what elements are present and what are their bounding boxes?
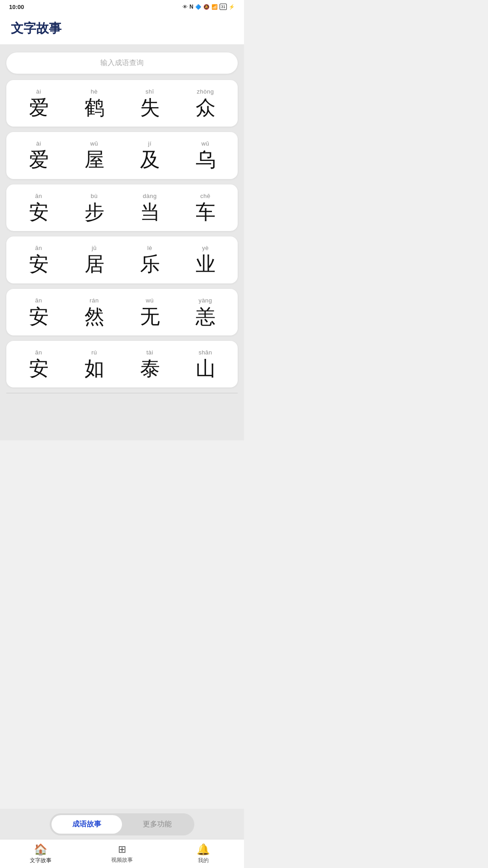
chinese-character: 屋 [84, 149, 104, 170]
search-bar[interactable]: 输入成语查询 [6, 52, 238, 74]
mute-icon: 🔕 [203, 4, 210, 10]
char-cell: wū屋 [66, 140, 122, 170]
pinyin-label: ài [36, 88, 41, 95]
battery-indicator: 31 [220, 4, 227, 10]
pinyin-label: rán [89, 297, 99, 304]
pinyin-label: tài [146, 349, 153, 356]
chinese-character: 安 [29, 306, 49, 327]
chinese-character: 如 [84, 358, 104, 379]
pinyin-label: jí [148, 140, 152, 147]
nfc-icon: N [189, 4, 193, 10]
pinyin-label: jū [92, 245, 97, 251]
scroll-indicator [6, 393, 238, 393]
pinyin-label: ān [35, 245, 42, 251]
pinyin-label: shī [145, 88, 154, 95]
char-cell: ān安 [11, 349, 66, 379]
idiom-list: ài爱hè鹤shī失zhòng众ài爱wū屋jí及wū乌ān安bù步dàng当c… [6, 80, 238, 387]
char-cell: wū乌 [178, 140, 233, 170]
char-cell: wú无 [122, 297, 178, 327]
pinyin-label: dàng [143, 193, 157, 199]
pinyin-label: ān [35, 193, 42, 199]
char-cell: zhòng众 [178, 88, 233, 118]
chinese-character: 步 [84, 201, 104, 223]
chinese-character: 当 [140, 201, 160, 223]
pinyin-label: wú [146, 297, 154, 304]
chinese-character: 业 [196, 253, 216, 275]
char-cell: ài爱 [11, 140, 66, 170]
char-cell: ān安 [11, 245, 66, 275]
pinyin-label: yàng [198, 297, 212, 304]
status-icons: 👁 N 🔷 🔕 📶 31 ⚡ [183, 4, 235, 10]
char-cell: yè业 [178, 245, 233, 275]
battery-level: 31 [221, 5, 225, 9]
char-cell: tài泰 [122, 349, 178, 379]
header: 文字故事 [0, 14, 244, 44]
signal-icon: 📶 [211, 4, 218, 10]
char-cell: rú如 [66, 349, 122, 379]
chinese-character: 乐 [140, 253, 160, 275]
idiom-card-3[interactable]: ān安bù步dàng当chē车 [6, 184, 238, 231]
chinese-character: 恙 [196, 306, 216, 327]
status-bar: 10:00 👁 N 🔷 🔕 📶 31 ⚡ [0, 0, 244, 14]
chinese-character: 安 [29, 253, 49, 275]
chinese-character: 众 [196, 97, 216, 118]
pinyin-label: bù [91, 193, 98, 199]
idiom-card-6[interactable]: ān安rú如tài泰shān山 [6, 341, 238, 387]
char-cell: hè鹤 [66, 88, 122, 118]
charge-icon: ⚡ [229, 4, 235, 10]
char-cell: bù步 [66, 193, 122, 223]
eye-icon: 👁 [183, 4, 188, 9]
pinyin-label: wū [202, 140, 210, 147]
chinese-character: 失 [140, 97, 160, 118]
chinese-character: 及 [140, 149, 160, 170]
chinese-character: 安 [29, 201, 49, 223]
pinyin-label: hè [91, 88, 98, 95]
chinese-character: 无 [140, 306, 160, 327]
pinyin-label: shān [198, 349, 212, 356]
pinyin-label: rú [91, 349, 97, 356]
pinyin-label: ān [35, 297, 42, 304]
chinese-character: 鹤 [84, 97, 104, 118]
chinese-character: 爱 [29, 149, 49, 170]
bluetooth-icon: 🔷 [195, 4, 202, 10]
chinese-character: 山 [196, 358, 216, 379]
pinyin-label: lè [147, 245, 152, 251]
chinese-character: 居 [84, 253, 104, 275]
pinyin-label: ài [36, 140, 41, 147]
idiom-card-4[interactable]: ān安jū居lè乐yè业 [6, 236, 238, 283]
char-cell: yàng恙 [178, 297, 233, 327]
char-cell: jí及 [122, 140, 178, 170]
char-cell: shī失 [122, 88, 178, 118]
idiom-card-5[interactable]: ān安rán然wú无yàng恙 [6, 289, 238, 335]
char-cell: jū居 [66, 245, 122, 275]
char-cell: ài爱 [11, 88, 66, 118]
char-cell: chē车 [178, 193, 233, 223]
char-cell: shān山 [178, 349, 233, 379]
char-cell: rán然 [66, 297, 122, 327]
pinyin-label: zhòng [197, 88, 214, 95]
chinese-character: 乌 [196, 149, 216, 170]
chinese-character: 爱 [29, 97, 49, 118]
main-content: 输入成语查询 ài爱hè鹤shī失zhòng众ài爱wū屋jí及wū乌ān安bù… [0, 44, 244, 440]
pinyin-label: chē [200, 193, 210, 199]
chinese-character: 然 [84, 306, 104, 327]
pinyin-label: yè [202, 245, 209, 251]
pinyin-label: wū [90, 140, 99, 147]
page-title: 文字故事 [11, 21, 61, 35]
chinese-character: 泰 [140, 358, 160, 379]
chinese-character: 安 [29, 358, 49, 379]
char-cell: ān安 [11, 297, 66, 327]
char-cell: lè乐 [122, 245, 178, 275]
char-cell: dàng当 [122, 193, 178, 223]
idiom-card-1[interactable]: ài爱hè鹤shī失zhòng众 [6, 80, 238, 127]
pinyin-label: ān [35, 349, 42, 356]
status-time: 10:00 [9, 4, 24, 10]
chinese-character: 车 [196, 201, 216, 223]
char-cell: ān安 [11, 193, 66, 223]
search-placeholder: 输入成语查询 [100, 59, 144, 66]
idiom-card-2[interactable]: ài爱wū屋jí及wū乌 [6, 132, 238, 179]
